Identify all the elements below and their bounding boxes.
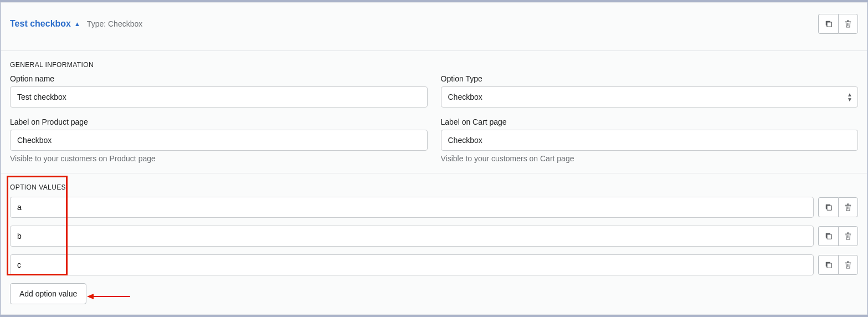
option-value-row [10,197,858,218]
label-cart-label: Label on Cart page [441,117,859,126]
label-cart-input[interactable] [441,130,859,151]
panel-title: Test checkbox [10,19,71,29]
duplicate-value-button[interactable] [818,226,838,246]
panel-title-area[interactable]: Test checkbox ▲ Type: Checkbox [10,19,142,29]
svg-rect-8 [827,263,831,268]
duplicate-icon [824,202,834,212]
option-value-actions [818,197,858,217]
trash-icon [843,202,853,212]
option-name-label: Option name [10,74,428,83]
duplicate-value-button[interactable] [818,197,838,217]
general-section: GENERAL INFORMATION Option name Option T… [1,51,867,173]
option-type-label: Option Type [441,74,859,83]
label-cart-help: Visible to your customers on Cart page [441,154,859,163]
panel-type-label: Type: Checkbox [87,19,142,28]
label-product-help: Visible to your customers on Product pag… [10,154,428,163]
delete-button[interactable] [838,14,858,34]
svg-rect-2 [827,22,831,27]
option-name-input[interactable] [10,86,428,108]
option-value-input[interactable] [10,197,814,218]
label-product-input[interactable] [10,130,428,151]
svg-rect-4 [827,206,831,210]
option-value-row [10,254,858,275]
panel-header: Test checkbox ▲ Type: Checkbox [1,3,867,51]
collapse-caret-icon: ▲ [74,21,80,27]
option-value-input[interactable] [10,254,814,275]
option-panel: Test checkbox ▲ Type: Checkbox [1,2,867,315]
option-value-input[interactable] [10,226,814,247]
duplicate-icon [824,231,834,241]
trash-icon [843,19,853,29]
option-value-actions [818,226,858,246]
general-heading: GENERAL INFORMATION [10,61,858,69]
option-type-select[interactable]: Checkbox [441,86,859,108]
svg-rect-6 [827,234,831,239]
duplicate-value-button[interactable] [818,255,838,275]
option-values-section: OPTION VALUES Add option value [1,173,867,314]
option-value-row [10,226,858,247]
trash-icon [843,260,853,270]
delete-value-button[interactable] [838,226,858,246]
label-product-label: Label on Product page [10,117,428,126]
option-value-actions [818,255,858,275]
duplicate-icon [824,19,834,29]
duplicate-button[interactable] [818,14,838,34]
add-option-value-button[interactable]: Add option value [10,283,86,304]
trash-icon [843,231,853,241]
delete-value-button[interactable] [838,255,858,275]
panel-header-actions [818,14,858,34]
svg-marker-10 [87,294,94,299]
option-values-heading: OPTION VALUES [10,183,858,191]
annotation-arrow [87,291,131,302]
duplicate-icon [824,260,834,270]
delete-value-button[interactable] [838,197,858,217]
